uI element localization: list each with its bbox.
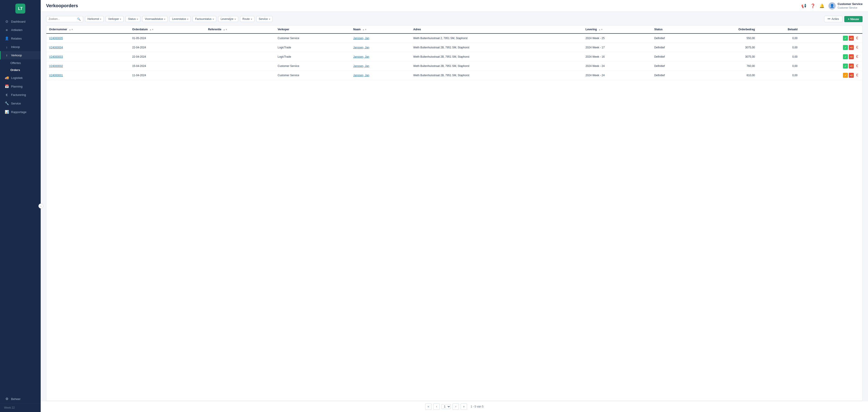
action-icon3-2[interactable]: € <box>855 54 860 59</box>
cell-betaald-1: 0,00 <box>758 43 800 52</box>
cell-levering-4: 2024 Week - 24 <box>583 71 651 80</box>
order-link-4[interactable]: V24000001 <box>49 74 63 77</box>
col-verkoper[interactable]: Verkoper <box>275 26 350 33</box>
action-icon2-2[interactable]: 🚚 <box>849 54 854 59</box>
sidebar-item-artikelen[interactable]: ≡ Artikelen <box>0 26 41 34</box>
sidebar-item-facturering[interactable]: € Facturering <box>0 91 41 99</box>
table-row: V24000001 11-04-2024 Customer Service Ja… <box>46 71 862 80</box>
status-chevron-icon: ▾ <box>137 18 138 20</box>
sidebar-item-dashboard[interactable]: ⊙ Dashboard <box>0 17 41 26</box>
sidebar-label-dashboard: Dashboard <box>11 20 26 23</box>
action-icon2-4[interactable]: 🚚 <box>849 73 854 78</box>
order-link-3[interactable]: V24000002 <box>49 64 63 68</box>
action-icon3-0[interactable]: € <box>855 36 860 41</box>
cell-orderdatum-2: 22-04-2024 <box>129 52 206 61</box>
order-link-1[interactable]: V24000004 <box>49 46 63 49</box>
pagination-page-select[interactable]: 1 <box>441 404 451 409</box>
sidebar-item-offertes[interactable]: Offertes <box>0 59 41 66</box>
sidebar-collapse-button[interactable]: ‹ <box>38 204 43 208</box>
inkoop-icon: ↓ <box>5 45 9 49</box>
route-filter[interactable]: Route ▾ <box>240 16 254 22</box>
cell-referentie-0 <box>205 33 275 43</box>
factuurstatus-filter[interactable]: Factuurstatus ▾ <box>193 16 216 22</box>
sidebar-item-orders[interactable]: Orders <box>0 66 41 73</box>
col-betaald[interactable]: Betaald <box>758 26 800 33</box>
pagination-last[interactable]: » <box>461 404 467 410</box>
user-menu[interactable]: 👤 Customer Service Customer Service <box>829 2 863 9</box>
col-status-label: Status <box>654 28 662 31</box>
leverwijze-filter[interactable]: Leverwijze ▾ <box>218 16 238 22</box>
action-icon1-0[interactable]: ✓ <box>843 36 848 41</box>
cell-referentie-4 <box>205 71 275 80</box>
status-filter[interactable]: Status ▾ <box>125 16 141 22</box>
col-orderbedrag[interactable]: Orderbedrag <box>696 26 758 33</box>
sidebar-item-relaties[interactable]: 👤 Relaties <box>0 34 41 43</box>
action-icon1-1[interactable]: ✓ <box>843 45 848 50</box>
voorraadstatus-filter[interactable]: Voorraadstatus ▾ <box>142 16 168 22</box>
naam-link-2[interactable]: Janssen, Jan <box>353 55 369 58</box>
leverstatus-filter[interactable]: Leverstatus ▾ <box>169 16 191 22</box>
sidebar-item-planning[interactable]: 📅 Planning <box>0 82 41 91</box>
action-icon1-2[interactable]: ✓ <box>843 54 848 59</box>
service-filter[interactable]: Service ▾ <box>256 16 273 22</box>
sidebar-item-beheer[interactable]: ⚙ Beheer <box>0 394 41 403</box>
pagination-next[interactable]: › <box>453 404 459 410</box>
verkoper-filter[interactable]: Verkoper ▾ <box>105 16 124 22</box>
herkomst-filter[interactable]: Herkomst ▾ <box>85 16 104 22</box>
help-icon[interactable]: ❓ <box>810 3 815 8</box>
sidebar-item-service[interactable]: 🔧 Service <box>0 99 41 108</box>
col-betaald-label: Betaald <box>788 28 798 31</box>
cell-status-1: Definitief <box>651 43 696 52</box>
col-adres[interactable]: Adres <box>410 26 583 33</box>
search-input[interactable] <box>49 18 76 21</box>
cell-levering-2: 2024 Week - 16 <box>583 52 651 61</box>
col-orderbedrag-label: Orderbedrag <box>739 28 755 31</box>
table-row: V24000005 01-05-2024 Customer Service Ja… <box>46 33 862 43</box>
cell-levering-1: 2024 Week - 17 <box>583 43 651 52</box>
sidebar-item-inkoop[interactable]: ↓ Inkoop <box>0 43 41 51</box>
cell-ordernummer-3: V24000002 <box>46 61 129 71</box>
naam-link-0[interactable]: Janssen, Jan <box>353 37 369 40</box>
search-box[interactable]: 🔍 <box>46 16 83 22</box>
action-icon1-4[interactable]: ✓ <box>843 73 848 78</box>
naam-link-4[interactable]: Janssen, Jan <box>353 74 369 77</box>
nieuw-button[interactable]: + Nieuw <box>844 16 863 22</box>
naam-link-3[interactable]: Janssen, Jan <box>353 64 369 68</box>
col-status[interactable]: Status <box>651 26 696 33</box>
action-icon2-3[interactable]: 🚚 <box>849 63 854 68</box>
acties-button[interactable]: ••• Acties <box>824 16 842 22</box>
cell-adres-3: Weth Buitenhuisstraat 2B, 7951 SM, Staph… <box>410 61 583 71</box>
action-icon2-1[interactable]: 🚚 <box>849 45 854 50</box>
acties-dots-icon: ••• <box>828 18 831 21</box>
action-icon1-3[interactable]: ✓ <box>843 63 848 68</box>
notifications-icon[interactable]: 🔔 <box>819 3 825 8</box>
action-icon3-4[interactable]: € <box>855 73 860 78</box>
user-info: Customer Service Customer Service <box>837 2 863 9</box>
sidebar-item-logistiek[interactable]: 🚚 Logistiek <box>0 73 41 82</box>
col-naam-label: Naam <box>353 28 361 31</box>
cell-status-0: Definitief <box>651 33 696 43</box>
col-orderdatum[interactable]: Orderdatum ▲▼ <box>129 26 206 33</box>
action-icon3-3[interactable]: € <box>855 63 860 68</box>
col-ordernummer[interactable]: Ordernummer ▲▼ <box>46 26 129 33</box>
factuurstatus-chevron-icon: ▾ <box>213 18 214 20</box>
action-icon2-0[interactable]: 🚚 <box>849 36 854 41</box>
sidebar-item-verkoop[interactable]: ↑ Verkoop <box>0 51 41 59</box>
order-link-2[interactable]: V24000003 <box>49 55 63 58</box>
pagination-first[interactable]: « <box>425 404 432 410</box>
sidebar-label-facturering: Facturering <box>11 93 26 96</box>
naam-link-1[interactable]: Janssen, Jan <box>353 46 369 49</box>
cell-betaald-2: 0,00 <box>758 52 800 61</box>
col-levering[interactable]: Levering ▲▼ <box>583 26 651 33</box>
status-badge-4: Definitief <box>654 74 665 77</box>
action-icon3-1[interactable]: € <box>855 45 860 50</box>
sidebar-item-rapportage[interactable]: 📊 Rapportage <box>0 108 41 116</box>
col-referentie[interactable]: Referentie ▲▼ <box>205 26 275 33</box>
order-link-0[interactable]: V24000005 <box>49 37 63 40</box>
sidebar-nav: ⊙ Dashboard ≡ Artikelen 👤 Relaties ↓ Ink… <box>0 16 41 394</box>
user-role: Customer Service <box>837 6 863 9</box>
col-naam[interactable]: Naam ▲▼ <box>350 26 410 33</box>
megaphone-icon[interactable]: 📢 <box>801 3 806 8</box>
pagination-prev[interactable]: ‹ <box>433 404 440 410</box>
nieuw-label: + Nieuw <box>848 18 859 21</box>
